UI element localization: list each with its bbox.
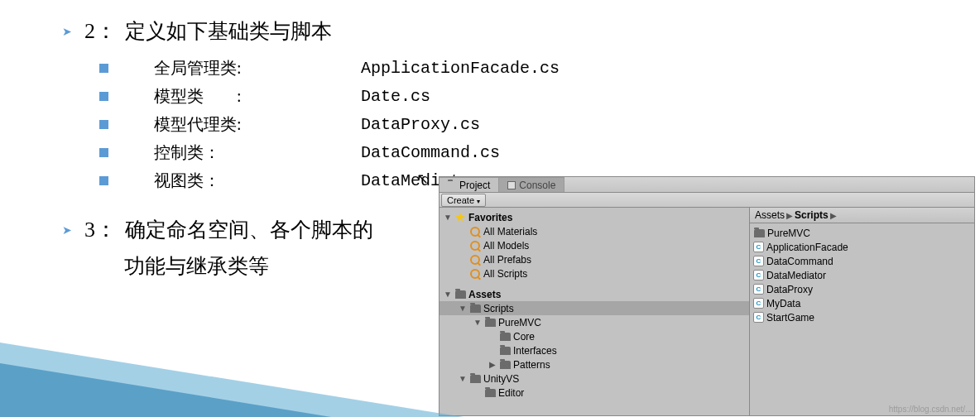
bullet-square-icon	[99, 92, 108, 101]
create-label: Create	[447, 195, 474, 205]
folder-icon	[448, 181, 456, 189]
panel-body: ▼ ★ Favorites All Materials All Models A…	[440, 208, 974, 415]
bullet-square-icon	[99, 148, 108, 157]
folder-icon	[499, 359, 511, 371]
class-file: DataCommand.cs	[361, 143, 500, 162]
list-item[interactable]: CStartGame	[750, 310, 974, 324]
folder-label: PureMVC	[498, 317, 541, 328]
class-label: 全局管理类:	[154, 57, 361, 79]
tab-bar: Project Console	[440, 177, 974, 193]
folder-label: UnityVS	[483, 373, 519, 385]
item-label: StartGame	[766, 312, 814, 324]
folder-unityvs[interactable]: ▼UnityVS	[440, 371, 749, 386]
class-file: Date.cs	[361, 87, 430, 106]
folder-interfaces[interactable]: Interfaces	[440, 343, 749, 357]
assets-header[interactable]: ▼ Assets	[440, 287, 749, 301]
chevron-right-icon: ▶	[488, 360, 497, 369]
class-list: 全局管理类: ApplicationFacade.cs 模型类 : Date.c…	[99, 54, 939, 194]
fav-label: All Materials	[483, 226, 537, 237]
star-icon: ★	[454, 212, 466, 223]
bullet-arrow-icon: ➤	[62, 25, 72, 38]
folder-tree[interactable]: ▼ ★ Favorites All Materials All Models A…	[440, 208, 750, 415]
tab-project[interactable]: Project	[440, 177, 499, 192]
list-item[interactable]: PureMVC	[750, 226, 974, 240]
fav-label: All Scripts	[483, 268, 527, 280]
folder-icon	[499, 331, 511, 343]
list-item[interactable]: CDataMediator	[750, 268, 974, 282]
create-button[interactable]: Create ▾	[441, 194, 486, 207]
list-item[interactable]: CApplicationFacade	[750, 240, 974, 254]
cursor-icon: ↖	[416, 170, 429, 188]
list-item[interactable]: CDataCommand	[750, 254, 974, 268]
folder-scripts[interactable]: ▼Scripts	[440, 301, 749, 315]
fav-label: All Prefabs	[483, 254, 531, 266]
search-icon	[469, 240, 481, 252]
folder-icon	[469, 303, 481, 314]
favorite-item[interactable]: All Scripts	[440, 266, 749, 280]
class-row: 全局管理类: ApplicationFacade.cs	[99, 54, 939, 82]
favorites-header[interactable]: ▼ ★ Favorites	[440, 210, 749, 224]
search-icon	[469, 254, 481, 266]
folder-editor[interactable]: Editor	[440, 386, 749, 400]
search-icon	[469, 226, 481, 237]
class-row: 模型代理类: DataProxy.cs	[99, 110, 939, 138]
bullet-arrow-icon: ➤	[62, 223, 72, 237]
cs-script-icon: C	[753, 284, 764, 295]
chevron-right-icon: ▶	[830, 211, 837, 220]
search-icon	[469, 268, 481, 280]
folder-label: Editor	[498, 387, 524, 399]
unity-project-panel: Project Console Create ▾ ▼ ★ Favorites A…	[439, 176, 975, 416]
section3-title: 确定命名空间、各个脚本的	[125, 216, 373, 243]
tab-label: Project	[459, 180, 490, 191]
section2-number: 2：	[84, 17, 117, 46]
folder-puremvc[interactable]: ▼PureMVC	[440, 315, 749, 329]
list-item[interactable]: CMyData	[750, 296, 974, 310]
item-label: ApplicationFacade	[766, 242, 848, 253]
section2-title: 定义如下基础类与脚本	[125, 17, 332, 45]
section3-number: 3：	[84, 215, 117, 244]
folder-icon	[469, 373, 481, 385]
tab-label: Console	[519, 180, 555, 191]
class-label: 模型代理类:	[154, 113, 361, 136]
bullet-square-icon	[99, 64, 108, 73]
folder-icon	[499, 345, 511, 357]
asset-list[interactable]: PureMVC CApplicationFacade CDataCommand …	[750, 223, 974, 324]
item-label: DataMediator	[766, 270, 826, 281]
cs-script-icon: C	[753, 256, 764, 266]
folder-label: Scripts	[483, 303, 514, 314]
console-icon	[507, 181, 516, 189]
list-item[interactable]: CDataProxy	[750, 282, 974, 296]
folder-label: Patterns	[513, 359, 550, 371]
folder-icon	[484, 387, 496, 399]
chevron-down-icon: ▼	[458, 304, 468, 313]
folder-core[interactable]: Core	[440, 329, 749, 343]
right-pane: Assets ▶ Scripts ▶ PureMVC CApplicationF…	[750, 208, 974, 415]
folder-patterns[interactable]: ▶Patterns	[440, 357, 749, 371]
tab-console[interactable]: Console	[499, 177, 564, 192]
cs-script-icon: C	[753, 312, 764, 323]
folder-icon	[753, 228, 765, 239]
section2-heading: ➤ 2： 定义如下基础类与脚本	[62, 17, 939, 46]
class-file: DataProxy.cs	[361, 115, 480, 134]
chevron-down-icon: ▼	[473, 318, 483, 327]
fav-label: All Models	[483, 240, 529, 252]
class-label: 控制类：	[154, 141, 361, 164]
cs-script-icon: C	[753, 298, 764, 309]
item-label: DataCommand	[766, 256, 833, 267]
class-label: 模型类 :	[154, 85, 361, 108]
folder-icon	[484, 317, 496, 328]
bc-scripts[interactable]: Scripts	[795, 209, 829, 221]
class-file: ApplicationFacade.cs	[361, 59, 560, 78]
assets-label: Assets	[468, 289, 501, 300]
bc-assets[interactable]: Assets	[755, 209, 785, 221]
favorite-item[interactable]: All Models	[440, 238, 749, 252]
create-bar: Create ▾	[440, 193, 974, 208]
folder-label: Interfaces	[513, 345, 557, 357]
item-label: MyData	[766, 298, 800, 309]
cs-script-icon: C	[753, 242, 764, 252]
watermark: https://blog.csdn.net/…	[889, 405, 973, 414]
item-label: PureMVC	[767, 228, 810, 239]
chevron-down-icon: ▼	[443, 213, 453, 222]
favorite-item[interactable]: All Prefabs	[440, 252, 749, 266]
favorite-item[interactable]: All Materials	[440, 224, 749, 238]
